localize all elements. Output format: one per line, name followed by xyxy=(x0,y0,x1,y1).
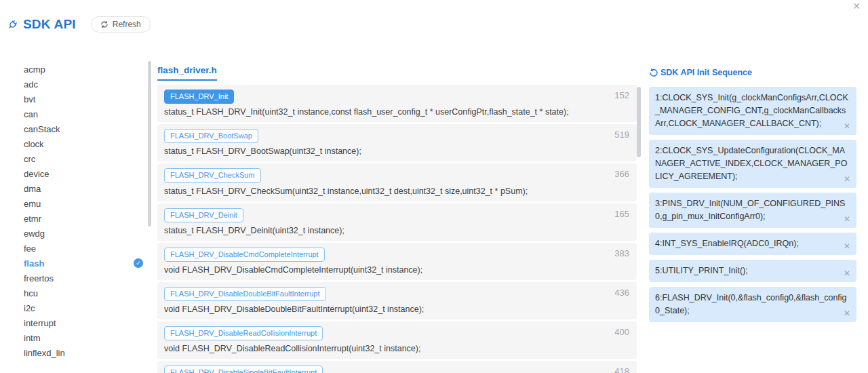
function-tag-button[interactable]: FLASH_DRV_DisableSingleBitFaultInterrupt xyxy=(164,366,323,373)
sidebar-item-label: interrupt xyxy=(24,318,56,328)
app-header: SDK API Refresh xyxy=(7,16,151,33)
function-row: FLASH_DRV_CheckSum status_t FLASH_DRV_Ch… xyxy=(157,163,637,201)
sidebar-item[interactable]: freertos ✓ xyxy=(24,271,143,286)
function-row: FLASH_DRV_DisableSingleBitFaultInterrupt… xyxy=(157,361,637,373)
init-sequence-item: 1:CLOCK_SYS_Init(g_clockManConfigsArr,CL… xyxy=(649,87,856,135)
sidebar-item[interactable]: etmr ✓ xyxy=(24,211,143,226)
function-line-number: 383 xyxy=(614,248,629,258)
init-sequence-title: SDK API Init Sequence xyxy=(660,68,752,77)
function-tag-button[interactable]: FLASH_DRV_DisableDoubleBitFaultInterrupt xyxy=(164,287,326,301)
sidebar-item[interactable]: clock ✓ xyxy=(24,136,143,151)
function-tag-button[interactable]: FLASH_DRV_DisableReadCollisionInterrupt xyxy=(164,326,323,340)
refresh-icon xyxy=(100,20,108,28)
sidebar-item-label: clock xyxy=(24,139,44,149)
init-sequence-item: 2:CLOCK_SYS_UpdateConfiguration(CLOCK_MA… xyxy=(649,140,856,188)
close-icon[interactable]: ✕ xyxy=(852,1,861,11)
sidebar-item[interactable]: flash ✓ xyxy=(24,256,143,271)
sidebar-item-label: bvt xyxy=(24,94,35,104)
remove-item-icon[interactable]: ✕ xyxy=(844,215,850,223)
sidebar-item[interactable]: fee ✓ xyxy=(24,241,143,256)
function-tag-button[interactable]: FLASH_DRV_Deinit xyxy=(164,208,243,222)
restore-counterclockwise-arrow-icon xyxy=(649,68,658,77)
sidebar-item[interactable]: dma ✓ xyxy=(24,181,143,196)
function-line-number: 418 xyxy=(614,366,629,373)
function-signature: void FLASH_DRV_DisableDoubleBitFaultInte… xyxy=(164,305,630,314)
function-list: FLASH_DRV_Init status_t FLASH_DRV_Init(u… xyxy=(157,85,637,373)
sidebar-item-label: can xyxy=(24,109,38,119)
sidebar-item[interactable]: interrupt ✓ xyxy=(24,315,143,330)
remove-item-icon[interactable]: ✕ xyxy=(844,242,850,250)
function-tag-button[interactable]: FLASH_DRV_Init xyxy=(164,90,234,104)
tab-flash-driver-h[interactable]: flash_driver.h xyxy=(157,65,217,81)
sidebar-item-label: intm xyxy=(24,333,41,343)
function-row: FLASH_DRV_BootSwap status_t FLASH_DRV_Bo… xyxy=(157,124,637,161)
sidebar-item[interactable]: canStack ✓ xyxy=(24,121,143,136)
sidebar-item-label: adc xyxy=(24,79,38,90)
function-tag-button[interactable]: FLASH_DRV_DisableCmdCompleteInterrupt xyxy=(164,248,325,262)
sidebar-item[interactable]: bvt ✓ xyxy=(24,92,143,106)
function-signature: void FLASH_DRV_DisableReadCollisionInter… xyxy=(164,344,630,353)
function-signature: status_t FLASH_DRV_Deinit(uint32_t insta… xyxy=(164,226,630,235)
init-sequence-item: 5:UTILITY_PRINT_Init(); ✕ xyxy=(649,260,856,282)
function-row: FLASH_DRV_DisableDoubleBitFaultInterrupt… xyxy=(157,282,637,319)
init-sequence-item-text: 4:INT_SYS_EnableIRQ(ADC0_IRQn); xyxy=(655,239,799,248)
init-sequence-item-text: 2:CLOCK_SYS_UpdateConfiguration(CLOCK_MA… xyxy=(655,146,847,181)
content-scrollbar[interactable] xyxy=(637,87,641,157)
sidebar-item-label: etmr xyxy=(24,214,41,224)
function-row: FLASH_DRV_DisableCmdCompleteInterrupt vo… xyxy=(157,243,637,280)
sidebar-item-label: linflexd_lin xyxy=(24,348,65,358)
sdk-api-app: ✕ SDK API Refresh acmp xyxy=(0,0,868,373)
function-row: FLASH_DRV_Deinit status_t FLASH_DRV_Dein… xyxy=(157,203,637,241)
sidebar-item[interactable]: ewdg ✓ xyxy=(24,226,143,241)
sidebar-item-label: ewdg xyxy=(24,229,45,239)
init-sequence-panel: SDK API Init Sequence 1:CLOCK_SYS_Init(g… xyxy=(649,68,856,322)
remove-item-icon[interactable]: ✕ xyxy=(844,309,850,317)
sidebar-item-label: flash xyxy=(24,258,44,269)
sidebar-item-label: i2c xyxy=(24,303,35,313)
function-signature: void FLASH_DRV_DisableCmdCompleteInterru… xyxy=(164,265,630,275)
sidebar-item[interactable]: crc ✓ xyxy=(24,151,143,166)
function-row: FLASH_DRV_Init status_t FLASH_DRV_Init(u… xyxy=(157,85,637,122)
init-sequence-item-text: 3:PINS_DRV_Init(NUM_OF_CONFIGURED_PINS0,… xyxy=(655,199,845,221)
function-tag-button[interactable]: FLASH_DRV_BootSwap xyxy=(164,129,258,143)
sidebar-item-label: canStack xyxy=(24,124,60,134)
sidebar-item-label: hcu xyxy=(24,288,38,298)
sidebar-item[interactable]: emu ✓ xyxy=(24,196,143,211)
function-signature: status_t FLASH_DRV_BootSwap(uint32_t ins… xyxy=(164,146,630,156)
sidebar-item-label: crc xyxy=(24,154,35,164)
sidebar-item[interactable]: can ✓ xyxy=(24,106,143,121)
function-list-panel: flash_driver.h FLASH_DRV_Init status_t F… xyxy=(154,65,637,373)
function-signature: status_t FLASH_DRV_Init(uint32_t instanc… xyxy=(164,107,630,117)
init-sequence-list: 1:CLOCK_SYS_Init(g_clockManConfigsArr,CL… xyxy=(649,87,856,322)
function-line-number: 519 xyxy=(614,130,629,140)
remove-item-icon[interactable]: ✕ xyxy=(844,269,850,277)
init-sequence-header: SDK API Init Sequence xyxy=(649,68,856,77)
sidebar-scrollbar[interactable] xyxy=(148,61,151,227)
sidebar-item[interactable]: acmp ✓ xyxy=(24,62,143,77)
function-tag-button[interactable]: FLASH_DRV_CheckSum xyxy=(164,168,261,182)
refresh-button[interactable]: Refresh xyxy=(91,16,151,33)
api-plug-icon xyxy=(7,19,18,31)
sidebar-item-label: dma xyxy=(24,184,41,194)
sidebar-item[interactable]: adc ✓ xyxy=(24,77,143,92)
sidebar-item[interactable]: device ✓ xyxy=(24,166,143,181)
sidebar-item-label: emu xyxy=(24,199,41,209)
sidebar-item[interactable]: hcu ✓ xyxy=(24,286,143,300)
sidebar-item[interactable]: intm ✓ xyxy=(24,330,143,345)
init-sequence-item-text: 6:FLASH_DRV_Init(0,&flash_config0,&flash… xyxy=(655,293,847,315)
remove-item-icon[interactable]: ✕ xyxy=(844,122,850,130)
init-sequence-item-text: 1:CLOCK_SYS_Init(g_clockManConfigsArr,CL… xyxy=(655,93,848,128)
function-line-number: 165 xyxy=(614,209,629,219)
function-line-number: 436 xyxy=(614,288,629,298)
sidebar-item[interactable]: linflexd_lin ✓ xyxy=(24,345,143,360)
function-line-number: 366 xyxy=(614,169,629,179)
function-line-number: 400 xyxy=(614,327,629,337)
remove-item-icon[interactable]: ✕ xyxy=(844,175,850,183)
sidebar-item-label: device xyxy=(24,169,50,179)
check-circle-icon: ✓ xyxy=(134,258,143,268)
sidebar-item-label: freertos xyxy=(24,273,54,283)
init-sequence-item: 6:FLASH_DRV_Init(0,&flash_config0,&flash… xyxy=(649,287,856,322)
module-sidebar: acmp ✓ adc ✓ bvt ✓ can ✓ canStack ✓ cloc… xyxy=(24,62,143,360)
sidebar-item-label: fee xyxy=(24,243,36,254)
sidebar-item[interactable]: i2c ✓ xyxy=(24,300,143,315)
